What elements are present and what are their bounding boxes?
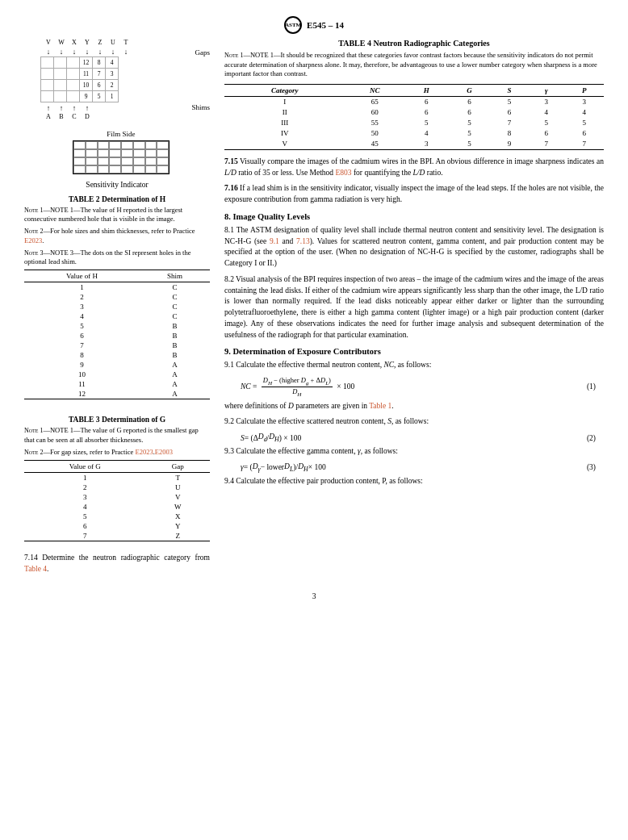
gaps-label: Gaps	[195, 48, 211, 56]
formula1: NC = DH − (higher Dg + ΔDL) DH × 100 (1)	[241, 376, 604, 397]
para82: 8.2 Visual analysis of the BPI requires …	[224, 274, 604, 341]
label-t: T	[119, 39, 132, 46]
si-top-labels: V W X Y Z U T	[42, 39, 210, 46]
page-header: ASTM E545 – 14	[24, 16, 604, 34]
table3-data: Value of G Gap 1T2U3V4W5X6Y7Z	[24, 460, 210, 541]
arrows-down: ↓ ↓ ↓ ↓ ↓ ↓ ↓	[42, 48, 210, 56]
si-grid: 1284 1173 1062 951	[40, 56, 210, 102]
para93-intro: 9.3 Calculate the effective gamma conten…	[224, 446, 604, 458]
document-title: E545 – 14	[307, 20, 344, 30]
table2-col-shim: Shim	[140, 270, 210, 282]
table-row: 9A	[24, 360, 210, 370]
formula3: γ = (Dγ − lower DL)/DH × 100 (3)	[241, 462, 604, 473]
label-c: C	[68, 113, 81, 120]
formula3-num: (3)	[587, 463, 596, 471]
table4-col-nc: NC	[345, 84, 404, 96]
label-y: Y	[81, 39, 94, 46]
grid-row: 1062	[41, 80, 119, 91]
table-row: 12A	[24, 389, 210, 399]
label-d: D	[81, 113, 94, 120]
astm-logo-badge: ASTM	[284, 16, 302, 34]
para91-after: where definitions of D parameters are gi…	[224, 401, 604, 412]
table4-col-s: S	[491, 84, 529, 96]
film-side-grid	[73, 140, 170, 174]
table-row: 5X	[24, 512, 210, 521]
film-grid-inner	[73, 141, 169, 173]
para81: 8.1 The ASTM designation of quality leve…	[224, 225, 604, 270]
table3-title: TABLE 3 Determination of G	[24, 416, 210, 424]
grid-row: 1173	[41, 69, 119, 80]
si-grid-table: 1284 1173 1062 951	[40, 56, 119, 102]
table4-col-cat: Category	[224, 84, 345, 96]
table3-header-row: Value of G Gap	[24, 461, 210, 473]
para714: 7.14 Determine the neutron radiographic …	[24, 553, 210, 575]
table4-note1: Note 1—NOTE 1—It should be recognized th…	[224, 51, 604, 79]
table-row: 7B	[24, 341, 210, 350]
table4: Category NC H G S γ P I6566533II6066644I…	[224, 84, 604, 150]
formula1-num: (1)	[587, 382, 596, 391]
page-number: 3	[24, 592, 604, 600]
formula2: S = (ΔDd/DH) × 100 (2)	[241, 433, 604, 443]
table3-col-gap: Gap	[145, 461, 210, 473]
table-row: V4535977	[224, 139, 604, 150]
formula2-num: (2)	[587, 434, 596, 442]
table2-note3: Note 3—NOTE 3—The dots on the SI represe…	[24, 249, 210, 266]
table2-header-row: Value of H Shim	[24, 270, 210, 282]
table-row: 7Z	[24, 531, 210, 541]
left-column: V W X Y Z U T ↓ ↓ ↓ ↓ ↓ ↓ ↓ Gaps	[24, 39, 210, 580]
arrows-up: ↑ ↑ ↑ ↑	[42, 104, 210, 112]
table2-data: Value of H Shim 1C2C3C4C5B6B7B8B9A10A11A…	[24, 270, 210, 399]
table4-col-h: H	[404, 84, 448, 96]
right-column: TABLE 4 Neutron Radiographic Categories …	[224, 39, 604, 580]
section8-heading: 8. Image Quality Levels	[224, 212, 604, 221]
table-row: 2U	[24, 483, 210, 492]
para715: 7.15 Visually compare the images of the …	[224, 157, 604, 179]
label-v: V	[42, 39, 55, 46]
table3-note1: Note 1—NOTE 1—The value of G reported is…	[24, 426, 210, 444]
table4-col-p: P	[564, 84, 604, 96]
table-row: IV5045866	[224, 128, 604, 139]
table-row: 3V	[24, 492, 210, 502]
table3-note2: Note 2—For gap sizes, refer to Practice …	[24, 448, 210, 457]
label-z: Z	[94, 39, 107, 46]
table-row: 10A	[24, 370, 210, 379]
table3-col-g: Value of G	[24, 461, 145, 473]
si-diagram: V W X Y Z U T ↓ ↓ ↓ ↓ ↓ ↓ ↓ Gaps	[24, 39, 210, 120]
table-row: 6B	[24, 331, 210, 341]
para716: 7.16 If a lead shim is in the sensitivit…	[224, 183, 604, 206]
table2-note1: Note 1—NOTE 1—The value of H reported is…	[24, 206, 210, 224]
sensitivity-label: Sensitivity Indicator	[24, 181, 210, 189]
table-row: 1C	[24, 282, 210, 293]
para94-intro: 9.4 Calculate the effective pair product…	[224, 476, 604, 487]
label-w: W	[55, 39, 68, 46]
table-row: II6066644	[224, 107, 604, 118]
label-x: X	[68, 39, 81, 46]
table-row: 6Y	[24, 521, 210, 531]
table-row: I6566533	[224, 96, 604, 107]
formula1-fraction: DH − (higher Dg + ΔDL) DH	[262, 376, 333, 397]
table-row: III5555755	[224, 118, 604, 128]
table-row: 11A	[24, 379, 210, 389]
table2-note2: Note 2—For hole sizes and shim thickness…	[24, 227, 210, 244]
shims-label: Shims	[191, 103, 210, 111]
table4-col-gamma: γ	[528, 84, 564, 96]
table-row: 1T	[24, 473, 210, 483]
table-row: 5B	[24, 321, 210, 331]
table2-col-h: Value of H	[24, 270, 140, 282]
grid-row: 1284	[41, 57, 119, 69]
film-side-area: Film Side	[32, 130, 210, 174]
table4-header-row: Category NC H G S γ P	[224, 84, 604, 96]
sensitivity-indicator-label: Sensitivity Indicator TABLE 2 Determinat…	[24, 181, 210, 203]
section9-heading: 9. Determination of Exposure Contributor…	[224, 347, 604, 356]
si-bottom-labels: A B C D	[42, 113, 210, 120]
table-row: 4C	[24, 311, 210, 321]
table2-title: TABLE 2 Determination of H	[24, 195, 210, 203]
para92-intro: 9.2 Calculate the effective scattered ne…	[224, 416, 604, 428]
table4-link[interactable]: Table 4	[24, 565, 47, 573]
table4-title: TABLE 4 Neutron Radiographic Categories	[224, 39, 604, 48]
para91-intro: 9.1 Calculate the effective thermal neut…	[224, 360, 604, 371]
label-b: B	[55, 113, 68, 120]
label-u: U	[107, 39, 119, 46]
table-row: 8B	[24, 350, 210, 360]
table-row: 3C	[24, 302, 210, 311]
